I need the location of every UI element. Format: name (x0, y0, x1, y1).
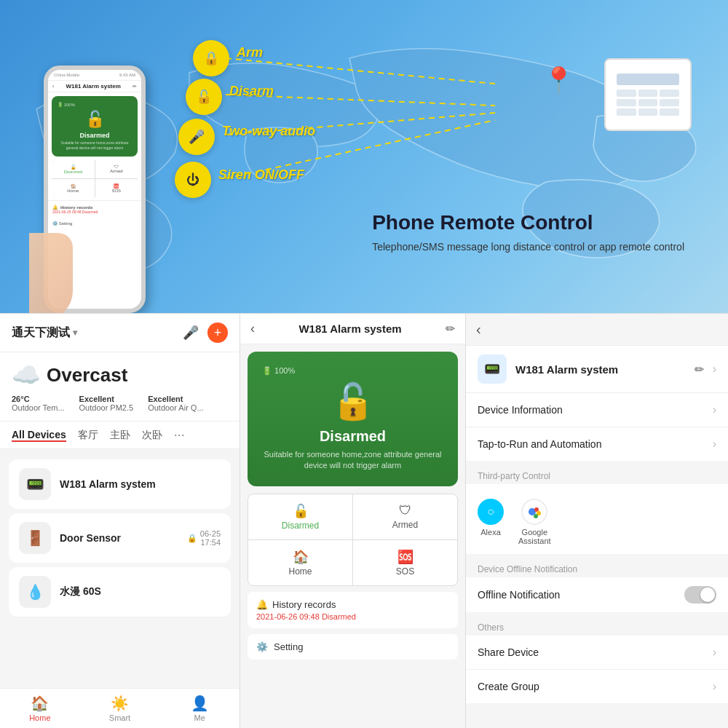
siren-circle: ⏻ (175, 162, 211, 198)
bottom-nav: 🏠 Home ☀️ Smart 👤 Me (0, 688, 240, 728)
weather-section: ☁️ Overcast 26°C Outdoor Tem... Excellen… (0, 352, 240, 422)
armed-label: Armed (392, 520, 418, 530)
device-info: W181 Alarm system (60, 478, 221, 490)
create-group-item[interactable]: Create Group › (466, 670, 728, 703)
alarm-panel: 🔋 100% 🔓 Disarmed Suitable for someone h… (248, 352, 458, 486)
banner: 🔒 Arm 🔓 Disarm 🎤 Two-way audio ⏻ Siren O… (0, 0, 728, 313)
home-name[interactable]: 通天下测试 ▾ (12, 325, 77, 341)
tab-second-bedroom[interactable]: 次卧 (142, 429, 162, 442)
audio-label: Two-way audio (222, 124, 315, 139)
device-info-label: Device Information (478, 404, 563, 416)
device-edit-icon[interactable]: ✏ (695, 363, 704, 376)
microphone-icon[interactable]: 🎤 (183, 325, 199, 341)
device-info-item[interactable]: Device Information › (466, 393, 728, 427)
tab-master-bedroom[interactable]: 主卧 (110, 429, 130, 442)
chevron-right-icon: › (713, 438, 716, 451)
setting-item[interactable]: ⚙️ Setting (248, 634, 458, 660)
history-title: 🔔 History records (256, 599, 449, 610)
share-device-label: Share Device (478, 646, 539, 658)
alarm-buttons: 🔓 Disarmed 🛡 Armed 🏠 Home 🆘 SOS (248, 494, 458, 586)
list-item[interactable]: 📟 W181 Alarm system (9, 459, 231, 509)
device-tabs: All Devices 客厅 主卧 次卧 ··· (0, 422, 240, 449)
right-panel: ‹ 📟 W181 Alarm system ✏ › Device Informa… (466, 314, 728, 728)
banner-title: Phone Remote Control (372, 211, 684, 234)
home-label: Home (288, 566, 312, 577)
chevron-right-icon: › (713, 646, 716, 659)
phone-mockup: China Mobile 9:43 AM ‹ W181 Alarm system… (29, 36, 160, 313)
tab-all-devices[interactable]: All Devices (12, 429, 66, 442)
right-back-icon[interactable]: ‹ (476, 321, 481, 337)
device-alarm-icon: 📟 (19, 468, 51, 500)
lock-icon: 🔒 (187, 534, 197, 543)
third-party-title: Third-party Control (466, 465, 728, 484)
device-chevron-icon[interactable]: › (713, 363, 716, 376)
alarm-state: Disarmed (262, 428, 443, 445)
nav-home-label: Home (29, 713, 50, 722)
chevron-right-icon: › (713, 403, 716, 416)
sos-icon: 🆘 (362, 549, 448, 565)
device-name: Door Sensor (60, 532, 178, 544)
add-icon[interactable]: + (207, 323, 228, 343)
nav-me[interactable]: 👤 Me (159, 695, 240, 722)
home-icon: 🏠 (257, 549, 344, 565)
device-title-name: W181 Alarm system (515, 363, 686, 376)
device-image (604, 58, 692, 131)
armed-button[interactable]: 🛡 Armed (353, 494, 457, 539)
banner-text: Phone Remote Control Telephone/SMS messa… (372, 211, 684, 255)
arm-circle: 🔒 (193, 40, 229, 76)
google-assistant-item[interactable]: Google Assistant (518, 499, 551, 545)
device-info: Door Sensor (60, 532, 178, 544)
tab-living-room[interactable]: 客厅 (78, 429, 98, 442)
disarmed-button[interactable]: 🔓 Disarmed (248, 494, 352, 539)
home-button[interactable]: 🏠 Home (248, 540, 352, 585)
disarm-circle: 🔓 (186, 79, 222, 115)
device-title-row: 📟 W181 Alarm system ✏ › (466, 346, 728, 393)
home-nav-icon: 🏠 (31, 695, 49, 712)
nav-me-label: Me (194, 713, 205, 722)
device-door-icon: 🚪 (19, 522, 51, 554)
nav-smart-label: Smart (109, 713, 130, 722)
svg-point-5 (534, 507, 539, 512)
chevron-right-icon: › (713, 680, 716, 693)
tab-more-icon[interactable]: ··· (174, 427, 185, 443)
others-menu-section: Share Device › Create Group › (466, 636, 728, 703)
temperature-detail: 26°C Outdoor Tem... (12, 395, 65, 412)
sos-label: SOS (396, 566, 414, 577)
list-item[interactable]: 💧 水漫 60S (9, 567, 231, 617)
bottom-section: 通天下测试 ▾ 🎤 + ☁️ Overcast 26°C Outdoor Tem… (0, 313, 728, 728)
banner-subtitle: Telephone/SMS message long distance cont… (372, 240, 684, 255)
mid-panel: ‹ W181 Alarm system ✏ 🔋 100% 🔓 Disarmed … (240, 314, 466, 728)
share-device-item[interactable]: Share Device › (466, 636, 728, 670)
list-item[interactable]: 🚪 Door Sensor 🔒 06-25 17:54 (9, 513, 231, 563)
cloud-icon: ☁️ (12, 361, 41, 389)
device-title-icon: 📟 (478, 355, 507, 384)
offline-section-title: Device Offline Notification (466, 558, 728, 577)
mid-header: ‹ W181 Alarm system ✏ (240, 314, 465, 344)
tap-to-run-item[interactable]: Tap-to-Run and Automation › (466, 427, 728, 461)
mid-edit-icon[interactable]: ✏ (446, 322, 455, 336)
third-party-section: ○ Alexa Google Assistant (466, 484, 728, 554)
nav-home[interactable]: 🏠 Home (0, 695, 80, 722)
battery-indicator: 🔋 100% (262, 366, 443, 376)
sos-button[interactable]: 🆘 SOS (353, 540, 457, 585)
alarm-lock-icon: 🔓 (262, 381, 443, 422)
disarm-label: Disarm (229, 84, 274, 99)
history-date: 2021-06-26 09:48 Disarmed (256, 612, 449, 621)
audio-circle: 🎤 (178, 119, 215, 155)
mid-back-icon[interactable]: ‹ (250, 321, 255, 336)
svg-point-7 (534, 514, 538, 518)
alexa-item[interactable]: ○ Alexa (478, 499, 504, 545)
setting-label: Setting (274, 641, 303, 652)
device-water-icon: 💧 (19, 576, 51, 608)
weather-condition: Overcast (47, 364, 127, 387)
nav-smart[interactable]: ☀️ Smart (80, 695, 160, 722)
dropdown-icon: ▾ (73, 328, 77, 338)
others-title: Others (466, 617, 728, 636)
devices-list: 📟 W181 Alarm system 🚪 Door Sensor 🔒 06-2… (0, 449, 240, 688)
create-group-label: Create Group (478, 681, 539, 692)
location-pin: 📍 (542, 66, 575, 96)
device-info: 水漫 60S (60, 585, 221, 598)
offline-toggle[interactable] (684, 586, 716, 604)
disarmed-label: Disarmed (282, 521, 319, 531)
toggle-knob (700, 587, 715, 602)
